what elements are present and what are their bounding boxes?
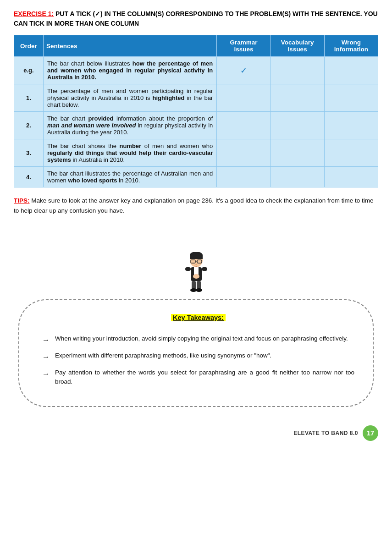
row-sentence: The bar chart illustrates the percentage…: [43, 167, 216, 187]
table-row: 3. The bar chart shows the number of men…: [14, 139, 378, 167]
takeaway-text-1: When writing your introduction, avoid si…: [55, 334, 348, 343]
takeaway-item-3: → Pay attention to whether the words you…: [42, 368, 354, 387]
checkmark-grammar: ✓: [240, 66, 247, 75]
row-grammar-cell: [217, 167, 271, 187]
row-wrong-cell: [324, 139, 378, 167]
row-grammar-cell: [217, 84, 271, 112]
tips-section: TIPS: Make sure to look at the answer ke…: [14, 196, 378, 215]
exercise-instruction: PUT A TICK (✓) IN THE COLUMN(S) CORRESPO…: [14, 10, 378, 27]
takeaway-text-2: Experiment with different paraphrasing m…: [55, 351, 271, 360]
arrow-icon-2: →: [42, 352, 55, 363]
svg-point-14: [190, 288, 197, 292]
exercise-table: Order Sentences Grammarissues Vocabulary…: [14, 35, 378, 187]
page-number-badge: 17: [363, 425, 378, 441]
row-sentence: The bar chart provided information about…: [43, 112, 216, 139]
row-wrong-cell: [324, 84, 378, 112]
takeaway-item-2: → Experiment with different paraphrasing…: [42, 351, 354, 363]
exercise-label: EXERCISE 1:: [14, 10, 54, 17]
header-sentences: Sentences: [43, 35, 216, 57]
row-vocab-cell: [271, 167, 324, 187]
svg-point-6: [195, 264, 197, 265]
row-wrong-cell: [324, 167, 378, 187]
row-vocab-cell: [271, 139, 324, 167]
row-grammar-cell: [217, 139, 271, 167]
row-order: 1.: [14, 84, 44, 112]
tips-label: TIPS:: [14, 197, 30, 204]
row-vocab-cell: [271, 57, 324, 84]
header-vocabulary: Vocabularyissues: [271, 35, 324, 57]
svg-point-11: [193, 274, 199, 279]
row-grammar-cell: [217, 112, 271, 139]
header-grammar: Grammarissues: [217, 35, 271, 57]
arrow-icon-1: →: [42, 335, 55, 346]
row-wrong-cell: [324, 112, 378, 139]
takeaways-title-row: Key Takeaways:: [42, 314, 354, 328]
table-row: e.g. The bar chart below illustrates how…: [14, 57, 378, 84]
takeaways-title: Key Takeaways:: [171, 314, 226, 321]
header-wrong: Wronginformation: [324, 35, 378, 57]
page-footer: ELEVATE TO BAND 8.0 17: [14, 421, 378, 441]
takeaways-box: Key Takeaways: → When writing your intro…: [18, 299, 374, 407]
arrow-icon-3: →: [42, 368, 55, 380]
takeaway-item-1: → When writing your introduction, avoid …: [42, 334, 354, 346]
row-vocab-cell: [271, 112, 324, 139]
table-row: 2. The bar chart provided information ab…: [14, 112, 378, 139]
character-icon: [178, 252, 215, 293]
row-order: e.g.: [14, 57, 44, 84]
row-order: 2.: [14, 112, 44, 139]
row-wrong-cell: [324, 57, 378, 84]
row-vocab-cell: [271, 84, 324, 112]
takeaway-text-3: Pay attention to whether the words you s…: [55, 368, 354, 387]
row-grammar-cell: ✓: [217, 57, 271, 84]
exercise-heading: EXERCISE 1: PUT A TICK (✓) IN THE COLUMN…: [14, 9, 378, 28]
table-row: 4. The bar chart illustrates the percent…: [14, 167, 378, 187]
row-order: 3.: [14, 139, 44, 167]
tips-text: Make sure to look at the answer key and …: [14, 197, 374, 214]
svg-rect-10: [202, 267, 207, 271]
svg-point-15: [196, 288, 202, 292]
character-illustration: [14, 252, 378, 295]
svg-rect-9: [185, 267, 191, 271]
svg-rect-2: [190, 255, 203, 259]
table-row: 1. The percentage of men and women parti…: [14, 84, 378, 112]
row-order: 4.: [14, 167, 44, 187]
footer-text: ELEVATE TO BAND 8.0: [293, 430, 358, 436]
row-sentence: The bar chart shows the number of men an…: [43, 139, 216, 167]
takeaways-wrapper: Key Takeaways: → When writing your intro…: [14, 252, 378, 407]
row-sentence: The percentage of men and women particip…: [43, 84, 216, 112]
header-order: Order: [14, 35, 44, 57]
row-sentence: The bar chart below illustrates how the …: [43, 57, 216, 84]
